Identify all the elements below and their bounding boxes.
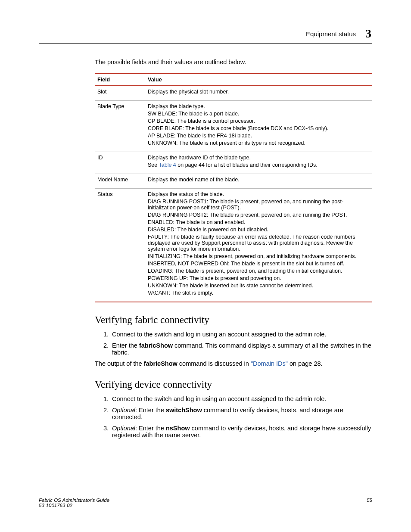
- cell-value: Displays the physical slot number.: [145, 86, 372, 101]
- value-line: FAULTY: The blade is faulty because an e…: [148, 234, 370, 252]
- device-step-2: Optional: Enter the switchShow command t…: [110, 407, 372, 420]
- page-number: 55: [367, 498, 372, 508]
- value-line: Displays the status of the blade.: [148, 191, 370, 197]
- fabric-steps: Connect to the switch and log in using a…: [95, 331, 372, 356]
- value-line: LOADING: The blade is present, powered o…: [148, 268, 370, 274]
- page-footer: Fabric OS Administrator's Guide 53-10017…: [39, 498, 372, 508]
- value-line: VACANT: The slot is empty.: [148, 290, 370, 296]
- table-row: Model NameDisplays the model name of the…: [95, 174, 372, 189]
- value-line: UNKNOWN: The blade is not present or its…: [148, 140, 370, 146]
- value-line: UNKNOWN: The blade is inserted but its s…: [148, 283, 370, 289]
- value-line: SW BLADE: The blade is a port blade.: [148, 111, 370, 117]
- footer-left: Fabric OS Administrator's Guide 53-10017…: [39, 498, 109, 508]
- heading-fabric: Verifying fabric connectivity: [95, 314, 372, 326]
- cell-field: Status: [95, 189, 145, 302]
- value-line: DIAG RUNNING POST2: The blade is present…: [148, 212, 370, 218]
- value-line: Displays the model name of the blade.: [148, 177, 370, 183]
- fabric-step-1: Connect to the switch and log in using a…: [110, 331, 372, 338]
- cell-field: ID: [95, 152, 145, 174]
- value-line: AP BLADE: The blade is the FR4-18i blade…: [148, 133, 370, 139]
- field-value-table: Field Value SlotDisplays the physical sl…: [95, 73, 372, 302]
- body-region: The possible fields and their values are…: [95, 59, 372, 443]
- th-value: Value: [145, 74, 372, 86]
- value-line: CP BLADE: The blade is a control process…: [148, 118, 370, 124]
- cell-value: Displays the blade type.SW BLADE: The bl…: [145, 101, 372, 152]
- doc-title: Fabric OS Administrator's Guide: [39, 498, 109, 503]
- value-line: INSERTED, NOT POWERED ON: The blade is p…: [148, 261, 370, 267]
- value-line: Displays the blade type.: [148, 103, 370, 109]
- table-row: StatusDisplays the status of the blade.D…: [95, 189, 372, 302]
- value-line: Displays the hardware ID of the blade ty…: [148, 155, 370, 161]
- cmd-fabricshow: fabricShow: [139, 342, 173, 349]
- value-line: Displays the physical slot number.: [148, 89, 370, 95]
- cmd-switchshow: switchShow: [166, 407, 202, 414]
- fabric-step-2: Enter the fabricShow command. This comma…: [110, 342, 372, 356]
- link-table-4[interactable]: Table 4: [159, 162, 176, 168]
- cell-value: Displays the model name of the blade.: [145, 174, 372, 189]
- page: Equipment status 3 The possible fields a…: [0, 0, 411, 532]
- heading-device: Verifying device connectivity: [95, 379, 372, 390]
- link-domain-ids[interactable]: "Domain IDs": [251, 360, 288, 367]
- value-line: ENABLED: The blade is on and enabled.: [148, 219, 370, 225]
- device-step-3: Optional: Enter the nsShow command to ve…: [110, 425, 372, 439]
- table-row: SlotDisplays the physical slot number.: [95, 86, 372, 101]
- device-steps: Connect to the switch and log in using a…: [95, 395, 372, 439]
- value-line: INITIALIZING: The blade is present, powe…: [148, 253, 370, 259]
- cell-value: Displays the status of the blade.DIAG RU…: [145, 189, 372, 302]
- cmd-nsshow: nsShow: [166, 425, 190, 432]
- device-step-1: Connect to the switch and log in using a…: [110, 395, 372, 402]
- cell-field: Model Name: [95, 174, 145, 189]
- header-rule: [39, 43, 372, 44]
- cell-value: Displays the hardware ID of the blade ty…: [145, 152, 372, 174]
- value-line: DISABLED: The blade is powered on but di…: [148, 227, 370, 233]
- value-line: DIAG RUNNING POST1: The blade is present…: [148, 199, 370, 211]
- table-row: IDDisplays the hardware ID of the blade …: [95, 152, 372, 174]
- cmd-fabricshow-2: fabricShow: [144, 360, 177, 367]
- fabric-para: The output of the fabricShow command is …: [95, 360, 372, 367]
- cell-field: Slot: [95, 86, 145, 101]
- value-line: POWERING UP: The blade is present and po…: [148, 275, 370, 281]
- chapter-number: 3: [365, 27, 371, 40]
- section-title: Equipment status: [306, 30, 356, 37]
- value-line: CORE BLADE: The blade is a core blade (B…: [148, 125, 370, 131]
- doc-number: 53-1001763-02: [39, 503, 109, 508]
- intro-text: The possible fields and their values are…: [95, 59, 372, 65]
- running-header: Equipment status 3: [306, 27, 371, 40]
- th-field: Field: [95, 74, 145, 86]
- table-row: Blade TypeDisplays the blade type.SW BLA…: [95, 101, 372, 152]
- value-line: See Table 4 on page 44 for a list of bla…: [148, 162, 370, 168]
- cell-field: Blade Type: [95, 101, 145, 152]
